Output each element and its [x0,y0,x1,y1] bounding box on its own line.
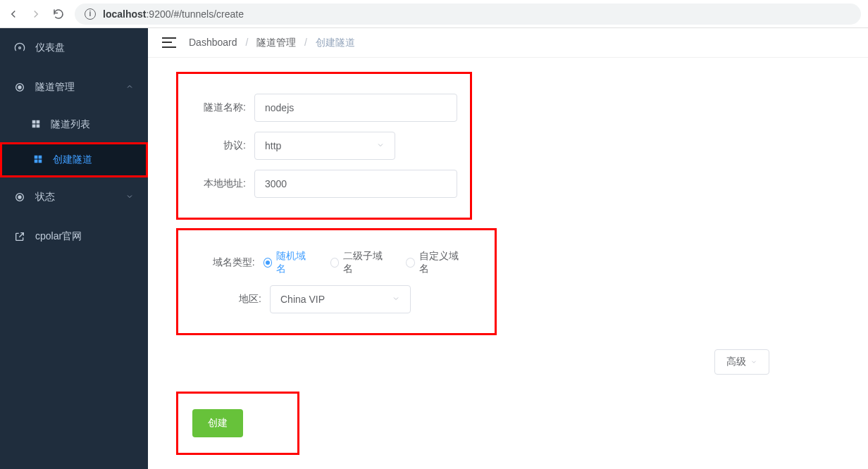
chevron-down-icon [376,140,385,151]
external-link-icon [14,231,25,242]
region-select[interactable]: China VIP [270,285,411,313]
sidebar-item-tunnel-create[interactable]: 创建隧道 [0,142,148,177]
protocol-label: 协议: [191,139,246,152]
radio-random-domain[interactable]: 随机域名 [264,250,312,275]
submit-section: 创建 [176,392,299,455]
address-bar[interactable]: i localhost:9200/#/tunnels/create [75,4,861,25]
protocol-select[interactable]: http [254,132,395,160]
local-addr-input[interactable] [254,170,457,198]
circle-icon [14,82,25,93]
sidebar-label: 仪表盘 [35,42,65,54]
svg-rect-8 [35,159,38,163]
protocol-value: http [265,140,281,151]
tunnel-name-input[interactable] [254,94,457,122]
radio-subdomain[interactable]: 二级子域名 [330,250,388,275]
browser-toolbar: i localhost:9200/#/tunnels/create [0,0,868,28]
menu-toggle-icon[interactable] [162,36,176,50]
region-label: 地区: [191,293,261,306]
svg-rect-7 [39,155,42,158]
radio-custom-domain[interactable]: 自定义域名 [406,250,464,275]
sidebar-item-tunnel-mgmt[interactable]: 隧道管理 [0,68,148,107]
caret-down-icon [750,356,757,368]
svg-rect-6 [35,155,38,158]
svg-rect-2 [32,120,36,123]
sidebar-label: cpolar官网 [35,230,82,243]
svg-rect-4 [32,124,36,127]
domain-type-label: 域名类型: [191,256,255,269]
topbar: Dashboard / 隧道管理 / 创建隧道 [148,28,868,58]
chevron-down-icon [392,294,400,305]
url-host: localhost [103,8,146,20]
sidebar-label: 隧道列表 [51,118,90,131]
breadcrumb: Dashboard / 隧道管理 / 创建隧道 [189,37,355,49]
sidebar-label: 状态 [35,191,55,204]
advanced-button[interactable]: 高级 [714,349,769,375]
forward-icon[interactable] [30,8,42,20]
svg-point-11 [18,196,21,199]
form-section-domain: 域名类型: 随机域名 二级子域名 自定义域名 地区: China VIP [176,228,497,335]
sidebar-item-dashboard[interactable]: 仪表盘 [0,28,148,68]
site-info-icon[interactable]: i [85,8,96,20]
chevron-up-icon [125,82,134,93]
svg-point-1 [18,86,21,89]
sidebar-item-official-site[interactable]: cpolar官网 [0,217,148,256]
grid-icon [31,119,41,131]
main-content: Dashboard / 隧道管理 / 创建隧道 隧道名称: 协议: http [148,28,868,469]
sidebar-item-status[interactable]: 状态 [0,177,148,217]
region-value: China VIP [280,294,325,305]
sidebar-label: 隧道管理 [35,81,75,94]
sidebar: 仪表盘 隧道管理 隧道列表 创建隧道 状态 cpolar官网 [0,28,148,469]
breadcrumb-item[interactable]: Dashboard [189,37,237,48]
url-path: :9200/#/tunnels/create [146,8,244,20]
chevron-down-icon [125,192,134,203]
circle-icon [14,192,25,203]
local-addr-label: 本地地址: [191,177,246,190]
form-section-basic: 隧道名称: 协议: http 本地地址: [176,72,472,220]
svg-rect-9 [39,159,42,163]
sidebar-label: 创建隧道 [53,154,92,166]
create-button[interactable]: 创建 [192,409,243,437]
tunnel-name-label: 隧道名称: [191,101,246,114]
grid-icon [33,154,43,166]
breadcrumb-item[interactable]: 隧道管理 [256,37,296,48]
breadcrumb-current: 创建隧道 [316,37,355,48]
gauge-icon [14,42,25,54]
reload-icon[interactable] [52,8,65,20]
svg-rect-5 [37,124,40,127]
sidebar-item-tunnel-list[interactable]: 隧道列表 [0,107,148,142]
back-icon[interactable] [7,8,20,20]
svg-rect-3 [37,120,40,123]
